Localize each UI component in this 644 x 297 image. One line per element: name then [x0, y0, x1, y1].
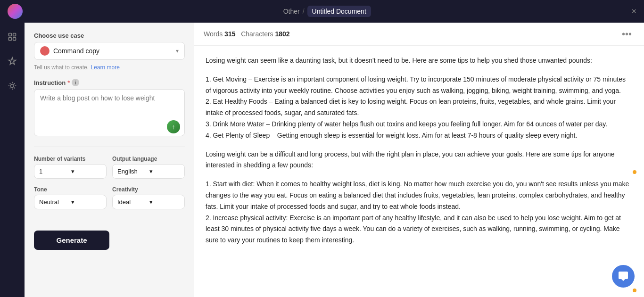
menu-icon-button[interactable]	[4, 28, 21, 45]
hint-row: Tell us what to create. Learn more	[34, 63, 185, 71]
choose-use-case-section: Choose use case Command copy ▾ Tell us w…	[34, 32, 185, 71]
variants-chevron-icon: ▾	[71, 168, 101, 175]
sparkle-icon-button[interactable]	[4, 53, 21, 70]
language-value: English	[117, 168, 148, 175]
word-count-display: Words 315 Characters 1802	[204, 30, 617, 38]
send-button[interactable]: ↑	[167, 120, 180, 133]
content-paragraph-1: Losing weight can seem like a daunting t…	[206, 55, 633, 66]
words-value: 315	[224, 30, 235, 38]
svg-point-4	[11, 84, 14, 88]
app-logo	[8, 4, 23, 19]
characters-label: Characters	[241, 30, 273, 38]
top-bar-center: Other / Untitled Document	[283, 6, 371, 17]
tone-value: Neutral	[39, 198, 69, 206]
document-title: Untitled Document	[307, 6, 371, 17]
language-select[interactable]: English ▾	[112, 164, 185, 179]
choose-use-case-label: Choose use case	[34, 32, 185, 39]
required-star: *	[67, 79, 70, 86]
creativity-chevron-icon: ▾	[149, 198, 180, 206]
variants-label: Number of variants	[34, 156, 107, 162]
language-label: Output language	[112, 156, 185, 162]
right-panel: Words 315 Characters 1802 ••• Losing wei…	[194, 23, 644, 297]
instruction-textarea-wrapper: ↑	[34, 89, 185, 138]
top-bar: Other / Untitled Document ×	[0, 0, 644, 23]
use-case-icon	[40, 46, 50, 56]
variants-group: Number of variants 1 ▾	[34, 156, 107, 179]
instruction-input[interactable]	[34, 89, 185, 136]
top-bar-slash: /	[303, 8, 305, 15]
instruction-section: Instruction * i ↑	[34, 79, 185, 138]
tone-group: Tone Neutral ▾	[34, 186, 107, 209]
use-case-label: Command copy	[53, 47, 172, 55]
left-panel: Choose use case Command copy ▾ Tell us w…	[25, 23, 194, 297]
variants-value: 1	[39, 168, 69, 175]
creativity-select[interactable]: Ideal ▾	[112, 195, 185, 209]
more-options-button[interactable]: •••	[619, 28, 635, 40]
hint-text: Tell us what to create.	[34, 64, 89, 71]
close-button[interactable]: ×	[631, 7, 636, 16]
content-paragraph-2: Losing weight can be a difficult and lon…	[206, 149, 633, 172]
svg-rect-1	[13, 33, 16, 36]
divider-1	[34, 147, 185, 147]
svg-rect-2	[9, 38, 12, 41]
magic-icon-button[interactable]	[4, 77, 21, 94]
chevron-down-icon: ▾	[176, 48, 179, 54]
chat-bubble[interactable]	[612, 265, 635, 288]
icon-sidebar	[0, 23, 25, 297]
content-header: Words 315 Characters 1802 •••	[194, 23, 644, 46]
tone-label: Tone	[34, 186, 107, 193]
top-bar-other: Other	[283, 8, 300, 15]
tone-creativity-row: Tone Neutral ▾ Creativity Ideal ▾	[34, 186, 185, 209]
variants-language-row: Number of variants 1 ▾ Output language E…	[34, 156, 185, 179]
info-icon[interactable]: i	[72, 79, 79, 86]
variants-select[interactable]: 1 ▾	[34, 164, 107, 179]
characters-value: 1802	[275, 30, 289, 38]
content-body[interactable]: Losing weight can seem like a daunting t…	[194, 46, 644, 297]
instruction-label-row: Instruction * i	[34, 79, 185, 86]
instruction-text: Instruction	[34, 79, 66, 86]
use-case-select[interactable]: Command copy ▾	[34, 42, 185, 60]
language-chevron-icon: ▾	[149, 168, 180, 175]
words-label: Words	[204, 30, 223, 38]
learn-more-link[interactable]: Learn more	[91, 64, 120, 71]
creativity-group: Creativity Ideal ▾	[112, 186, 185, 209]
content-list-2: 1. Start with diet: When it comes to hea…	[206, 179, 633, 246]
bullet-dot-1	[633, 170, 636, 174]
generate-button[interactable]: Generate	[34, 231, 109, 250]
language-group: Output language English ▾	[112, 156, 185, 179]
top-bar-left	[8, 4, 23, 19]
svg-rect-3	[13, 38, 16, 41]
content-list-1: 1. Get Moving – Exercise is an important…	[206, 74, 633, 141]
tone-chevron-icon: ▾	[71, 198, 101, 206]
bullet-dot-2	[633, 289, 636, 292]
creativity-value: Ideal	[117, 198, 148, 206]
divider-2	[34, 218, 185, 218]
main-layout: Choose use case Command copy ▾ Tell us w…	[0, 23, 644, 297]
tone-select[interactable]: Neutral ▾	[34, 195, 107, 209]
creativity-label: Creativity	[112, 186, 185, 193]
svg-rect-0	[9, 33, 12, 36]
